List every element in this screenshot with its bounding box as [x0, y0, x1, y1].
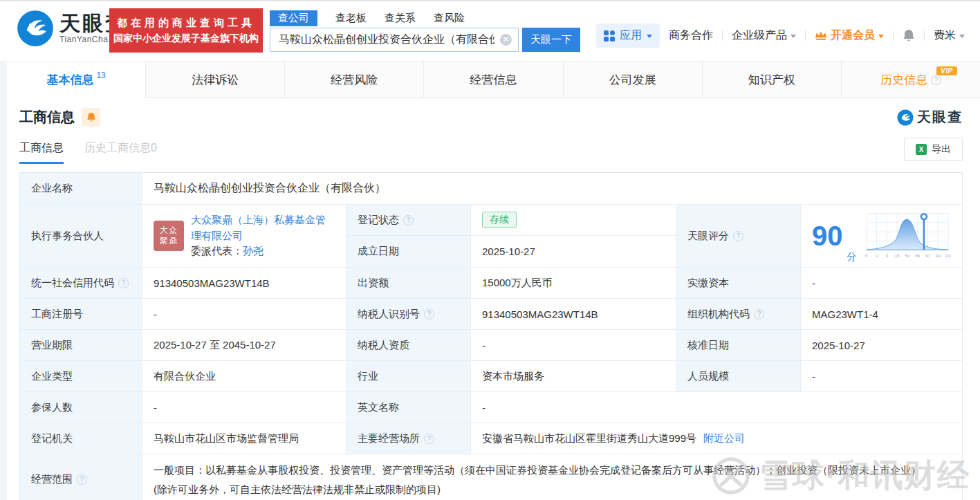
table-row: 企业类型 有限合伙企业 行业 资本市场服务 人员规模 - [20, 361, 962, 392]
established-date-value: 2025-10-27 [471, 236, 676, 267]
chevron-down-icon [791, 35, 796, 38]
business-term-value: 2025-10-27 至 2045-10-27 [142, 330, 346, 360]
tianyancha-logo-icon [17, 10, 54, 47]
status-badge: 存续 [482, 212, 517, 228]
scope-line: 一般项目：以私募基金从事股权投资、投资管理、资产管理等活动（须在中国证券投资基金… [154, 464, 921, 476]
field-label: 统一社会信用代码? [20, 268, 142, 298]
scope-line: (除许可业务外，可自主依法经营法律法规非禁止或限制的项目) [154, 483, 441, 495]
org-code-value: MAG23WT1-4 [801, 299, 962, 329]
tab-business-info[interactable]: 经营信息 [423, 62, 562, 98]
field-label: 纳税人识别号? [346, 299, 471, 329]
svg-text:X: X [919, 146, 924, 154]
english-name-value: - [471, 392, 962, 423]
chevron-down-icon [878, 35, 884, 38]
help-icon[interactable]: ? [754, 309, 764, 320]
representative-label: 委派代表： [191, 245, 243, 257]
field-label: 执行事务合伙人 [20, 205, 142, 267]
table-row: 统一社会信用代码? 91340503MAG23WT14B 出资额 15000万人… [20, 268, 962, 299]
table-row: 登记机关 马鞍山市花山区市场监督管理局 主要经营场所? 安徽省马鞍山市花山区霍里… [20, 423, 962, 454]
tab-legal-proceedings[interactable]: 法律诉讼 [145, 62, 284, 98]
help-icon[interactable]: ? [733, 231, 743, 241]
field-label: 企业名称 [20, 173, 142, 204]
help-icon[interactable]: ? [424, 434, 434, 444]
staff-size-value: - [801, 361, 962, 391]
svg-text:0: 0 [865, 254, 868, 259]
tianyancha-logo-icon [897, 109, 914, 126]
tab-company-development[interactable]: 公司发展 [563, 62, 702, 98]
nav-business-cooperation[interactable]: 商务合作 [669, 28, 713, 43]
subtab-history-registration-info[interactable]: 历史工商信息0 [84, 141, 157, 164]
search-input[interactable] [270, 28, 519, 52]
field-label: 行业 [346, 361, 471, 391]
business-scope-value: 一般项目：以私募基金从事股权投资、投资管理、资产管理等活动（须在中国证券投资基金… [142, 454, 962, 500]
field-label: 组织机构代码? [676, 299, 801, 329]
help-icon[interactable]: ? [77, 474, 87, 485]
subtab-registration-info[interactable]: 工商信息 [19, 141, 64, 164]
tab-intellectual-property[interactable]: 知识产权 [702, 62, 841, 98]
tab-operating-risk[interactable]: 经营风险 [284, 62, 423, 98]
table-row: 工商注册号 - 纳税人识别号? 91340503MAG23WT14B 组织机构代… [20, 299, 962, 330]
tianyan-score-cell[interactable]: 90 分 [801, 205, 962, 267]
search-tab-relation[interactable]: 查关系 [385, 12, 416, 25]
partner-logo-badge: 大众 聚鼎 [154, 221, 184, 251]
promo-line2: 国家中小企业发展子基金旗下机构 [109, 33, 263, 45]
open-vip-button[interactable]: 开通会员 [815, 28, 884, 43]
label-text: 统一社会信用代码 [31, 277, 114, 290]
business-address-cell: 安徽省马鞍山市花山区霍里街道秀山大道999号 附近公司 [471, 423, 962, 454]
divider [924, 30, 925, 41]
search-tab-risk[interactable]: 查风险 [434, 12, 465, 25]
partner-company-link[interactable]: 大众聚鼎（上海）私募基金管理有限公司 [191, 214, 326, 241]
svg-text:97: 97 [925, 254, 930, 259]
vip-label: 开通会员 [831, 28, 875, 43]
company-tab-bar: 基本信息 13 法律诉讼 经营风险 经营信息 公司发展 知识产权 VIP 历史信… [7, 61, 980, 98]
field-label: 出资额 [346, 268, 471, 298]
crown-icon [815, 30, 827, 41]
nav-enterprise-products[interactable]: 企业级产品 [732, 28, 796, 43]
export-label: 导出 [932, 143, 951, 156]
brand-small-label: 天眼查 [917, 108, 963, 127]
label-text: 天眼评分 [687, 230, 729, 243]
user-menu[interactable]: 费米 [934, 28, 965, 43]
help-icon[interactable]: ? [424, 309, 434, 320]
help-icon[interactable]: ? [403, 215, 414, 225]
section-title: 工商信息 [19, 108, 75, 127]
svg-text:50: 50 [905, 254, 909, 259]
industry-value: 资本市场服务 [471, 361, 676, 391]
header-nav: 应用 商务合作 企业级产品 开通会员 费米 [596, 24, 965, 48]
table-row: 营业期限 2025-10-27 至 2045-10-27 纳税人资质 - 核准日… [20, 330, 962, 361]
divider [805, 30, 806, 41]
tab-label: 法律诉讼 [192, 72, 239, 88]
divider [722, 30, 723, 41]
help-icon[interactable]: ? [931, 75, 941, 85]
executive-partner-cell: 大众 聚鼎 大众聚鼎（上海）私募基金管理有限公司 委派代表：孙尧 [142, 205, 346, 267]
subscribe-bell-button[interactable] [82, 108, 100, 127]
insured-count-value: - [142, 392, 346, 423]
field-label: 主要经营场所? [346, 423, 471, 454]
search-button[interactable]: 天眼一下 [522, 28, 580, 52]
tab-history-info[interactable]: VIP 历史信息 ? [841, 62, 980, 98]
clear-search-icon[interactable]: ✕ [500, 34, 512, 46]
field-label: 营业期限 [20, 330, 142, 360]
nearby-companies-link[interactable]: 附近公司 [703, 432, 745, 445]
representative-link[interactable]: 孙尧 [243, 245, 264, 257]
paid-capital-value: - [801, 268, 962, 298]
export-button[interactable]: X 导出 [904, 138, 963, 161]
apps-grid-icon [604, 30, 615, 41]
field-label: 纳税人资质 [346, 330, 471, 360]
search-tab-boss[interactable]: 查老板 [335, 12, 367, 25]
divider [893, 30, 894, 41]
svg-text:85: 85 [915, 254, 920, 259]
field-label: 登记状态? [346, 205, 471, 236]
apps-menu[interactable]: 应用 [596, 24, 660, 48]
apps-label: 应用 [620, 28, 642, 43]
label-text: 主要经营场所 [358, 432, 420, 445]
field-label: 实缴资本 [676, 268, 801, 298]
tianyancha-watermark-logo: 天眼查 [897, 108, 963, 127]
bell-icon [86, 112, 96, 122]
svg-text:15: 15 [894, 254, 899, 259]
search-tab-company[interactable]: 查公司 [270, 10, 317, 26]
tab-basic-info[interactable]: 基本信息 13 [7, 62, 145, 98]
notification-bell-icon[interactable] [903, 29, 915, 42]
badge-line: 聚鼎 [160, 236, 178, 246]
help-icon[interactable]: ? [118, 278, 129, 288]
